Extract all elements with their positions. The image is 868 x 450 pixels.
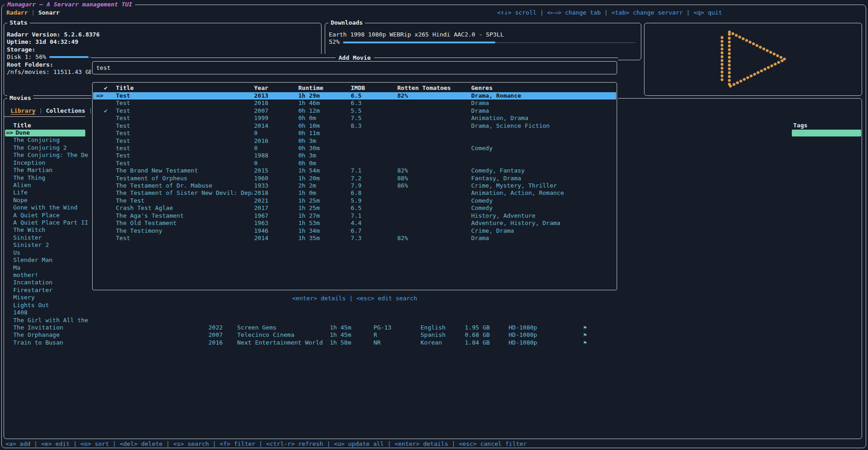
tab-collections[interactable]: Collections bbox=[42, 107, 89, 114]
movie-title: Alien bbox=[13, 182, 31, 189]
column-header-year: Year bbox=[254, 84, 268, 92]
library-movie-row[interactable]: 1408 bbox=[4, 309, 862, 316]
movie-title: Train to Busan bbox=[13, 339, 63, 346]
movie-title: Us bbox=[13, 249, 21, 256]
result-rotten-tomatoes: 86% bbox=[397, 182, 408, 189]
movie-runtime: 1h 45m bbox=[330, 331, 351, 339]
movie-runtime: 1h 58m bbox=[330, 339, 351, 346]
result-year: 1967 bbox=[254, 212, 268, 220]
servarr-tab-bar: Radarr Sonarr bbox=[2, 9, 64, 16]
app-title: Managarr — A Servarr management TUI bbox=[5, 0, 135, 8]
movies-tabs-underline bbox=[4, 116, 85, 117]
result-genres: Animation, Action, Romance bbox=[471, 189, 564, 197]
tab-library[interactable]: Library bbox=[6, 107, 40, 114]
movie-title: The Invitation bbox=[13, 324, 63, 331]
result-genres: Drama, Romance bbox=[471, 92, 521, 99]
search-result-row[interactable]: Test20140h 10m8.3Drama, Science Fiction bbox=[93, 122, 616, 130]
movie-title: Ma bbox=[13, 264, 21, 272]
result-imdb: 7.9 bbox=[351, 182, 361, 189]
search-result-row[interactable]: test00h 30mComedy bbox=[93, 145, 616, 152]
movie-title: Inception bbox=[13, 159, 45, 167]
library-movie-row[interactable]: The Invitation2022Screen Gems1h 45mPG-13… bbox=[4, 324, 862, 331]
movie-title: mother! bbox=[13, 272, 38, 279]
result-runtime: 0h 12m bbox=[298, 107, 320, 115]
add-movie-search-input[interactable]: test bbox=[92, 61, 617, 74]
search-result-row[interactable]: =>Test20131h 29m6.582%Drama, Romance bbox=[93, 92, 616, 99]
search-result-row[interactable]: Testament of Orpheus19601h 20m7.288%Fant… bbox=[93, 175, 616, 182]
result-year: 1988 bbox=[254, 152, 268, 159]
result-rotten-tomatoes: 82% bbox=[397, 92, 408, 99]
movie-year: 2016 bbox=[208, 339, 223, 346]
selected-row-highlight-tags bbox=[792, 130, 861, 136]
monitored-flag-icon: ⚑ bbox=[583, 324, 587, 331]
movie-title: Nope bbox=[13, 197, 27, 204]
movie-runtime: 1h 45m bbox=[330, 324, 351, 331]
movie-certification: NR bbox=[374, 339, 381, 346]
movie-quality: HD-1080p bbox=[509, 324, 537, 331]
result-year: 2016 bbox=[254, 137, 268, 145]
result-rotten-tomatoes: 82% bbox=[397, 167, 408, 174]
add-movie-title: Add Movie bbox=[335, 54, 374, 62]
movie-title: Sinister bbox=[13, 234, 42, 241]
result-title: Test bbox=[116, 107, 130, 115]
search-result-row[interactable]: The Testament of Dr. Mabuse19332h 2m7.98… bbox=[93, 182, 616, 189]
result-runtime: 1h 54m bbox=[298, 167, 320, 174]
result-runtime: 1h 25m bbox=[298, 197, 320, 204]
result-title: The Testimony bbox=[116, 227, 162, 235]
movie-quality: HD-1080p bbox=[509, 339, 537, 346]
movie-title: The Thing bbox=[13, 174, 45, 182]
result-title: The Old Testament bbox=[116, 220, 177, 227]
result-year: 2015 bbox=[254, 167, 268, 174]
search-result-row[interactable]: Crash Test Aglae20171h 25m6.5Comedy bbox=[93, 204, 616, 212]
search-result-row[interactable]: Test19990h 0m7.5Animation, Drama bbox=[93, 115, 616, 122]
movie-studio: Screen Gems bbox=[237, 324, 276, 331]
result-imdb: 7.3 bbox=[351, 235, 361, 242]
library-movie-row[interactable]: The Girl with All the bbox=[4, 317, 862, 324]
result-title: Test bbox=[116, 99, 130, 107]
search-result-row[interactable]: Test00h 0m bbox=[93, 160, 616, 167]
column-header-genres: Genres bbox=[471, 84, 493, 92]
movie-title: The Martian bbox=[13, 167, 52, 174]
movie-size: 1.84 GB bbox=[465, 339, 490, 346]
result-year: 2018 bbox=[254, 99, 268, 107]
result-imdb: 6.8 bbox=[351, 189, 361, 197]
result-title: The Aga's Testament bbox=[116, 212, 184, 220]
search-result-row[interactable]: The Aga's Testament19671h 27m7.1History,… bbox=[93, 212, 616, 220]
search-result-row[interactable]: Test20160h 3m bbox=[93, 137, 616, 145]
result-imdb: 7.1 bbox=[351, 167, 361, 174]
search-result-row[interactable]: ✔Test20070h 12m5.5Drama bbox=[93, 107, 616, 115]
search-result-row[interactable]: Test20141h 35m7.382%Drama bbox=[93, 235, 616, 242]
tab-sonarr[interactable]: Sonarr bbox=[34, 9, 64, 16]
result-runtime: 0h 11m bbox=[298, 130, 320, 137]
search-result-row[interactable]: Test19880h 3m bbox=[93, 152, 616, 159]
search-result-row[interactable]: The Test20211h 25m5.9Comedy bbox=[93, 197, 616, 204]
download-gauge-track bbox=[343, 39, 635, 46]
search-result-row[interactable]: Test20181h 46m6.3Drama bbox=[93, 99, 616, 107]
result-runtime: 1h 34m bbox=[298, 227, 320, 235]
result-runtime: 2h 2m bbox=[298, 182, 316, 189]
movie-title: The Conjuring: The De bbox=[13, 152, 88, 159]
result-runtime: 1h 53m bbox=[298, 220, 320, 227]
add-movie-modal: Add Movie test ✔ Title Year Runtime IMDB… bbox=[91, 54, 618, 306]
search-result-row[interactable]: Test00h 11m bbox=[93, 130, 616, 137]
search-result-row[interactable]: The Brand New Testament20151h 54m7.182%C… bbox=[93, 167, 616, 174]
tab-divider bbox=[33, 10, 33, 16]
result-title: Test bbox=[116, 152, 130, 159]
library-movie-row[interactable]: The Orphanage2007Telecinco Cinema1h 45mR… bbox=[4, 331, 862, 339]
tab-radarr[interactable]: Radarr bbox=[2, 9, 32, 16]
stat-uptime: Uptime: 31d 04:32:49 bbox=[7, 38, 318, 46]
result-genres: Fantasy, Drama bbox=[471, 175, 521, 182]
selected-marker: => bbox=[6, 129, 13, 136]
search-result-row[interactable]: The Old Testament19631h 53m4.4Adventure,… bbox=[93, 220, 616, 227]
result-runtime: 1h 20m bbox=[298, 175, 320, 182]
app-window: Managarr — A Servarr management TUI Rada… bbox=[0, 0, 868, 450]
search-result-row[interactable]: The Testament of Sister New Devil: Depar… bbox=[93, 189, 616, 197]
result-runtime: 0h 3m bbox=[298, 137, 316, 145]
movie-studio: Telecinco Cinema bbox=[237, 331, 294, 339]
result-runtime: 1h 27m bbox=[298, 212, 320, 220]
library-movie-row[interactable]: Train to Busan2016Next Entertainment Wor… bbox=[4, 339, 862, 346]
result-genres: History, Adventure bbox=[471, 212, 535, 220]
monitored-flag-icon: ⚑ bbox=[583, 331, 587, 339]
search-result-row[interactable]: The Testimony19461h 34m6.7Crime, Drama bbox=[93, 227, 616, 235]
result-year: 1960 bbox=[254, 175, 268, 182]
